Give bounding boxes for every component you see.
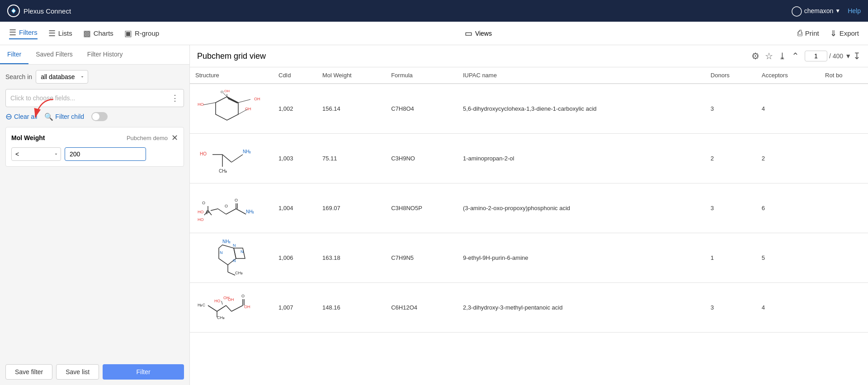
operator-select[interactable]: < bbox=[11, 147, 61, 161]
cell-structure: HO OH OH O OH bbox=[190, 84, 273, 134]
svg-line-31 bbox=[218, 209, 226, 214]
svg-line-51 bbox=[217, 305, 226, 311]
sidebar-tabs: Filter Saved Filters Filter History bbox=[0, 45, 189, 65]
cell-iupac: (3-amino-2-oxo-propoxy)phosphonic acid bbox=[458, 183, 705, 233]
col-acceptors: Acceptors bbox=[756, 67, 820, 84]
svg-line-37 bbox=[236, 209, 246, 214]
save-filter-button[interactable]: Save filter bbox=[5, 364, 52, 380]
help-link[interactable]: Help bbox=[848, 7, 861, 14]
page-input[interactable] bbox=[805, 51, 827, 61]
col-mol-weight: Mol Weight bbox=[317, 67, 386, 84]
star-icon[interactable]: ☆ bbox=[765, 51, 773, 61]
charts-icon: ▩ bbox=[83, 28, 91, 38]
col-formula: Formula bbox=[386, 67, 458, 84]
data-table: Structure CdId Mol Weight Formula IUPAC … bbox=[190, 67, 868, 333]
svg-text:H₃C: H₃C bbox=[198, 303, 205, 307]
svg-text:OH: OH bbox=[244, 305, 250, 309]
filter-card-source: Pubchem demo bbox=[127, 135, 168, 141]
content-title: Pubchem grid view bbox=[197, 52, 266, 61]
svg-line-18 bbox=[222, 155, 231, 162]
col-rotbo: Rot bo bbox=[820, 67, 868, 84]
collapse-icon[interactable]: ⤓ bbox=[778, 51, 786, 61]
cell-cdid: 1,003 bbox=[273, 134, 317, 183]
lists-icon: ☰ bbox=[48, 28, 56, 38]
cell-donors: 2 bbox=[705, 134, 756, 183]
filter-child-button[interactable]: 🔍 Filter child bbox=[44, 113, 84, 121]
toolbar-rgroup[interactable]: ▣ R-group bbox=[124, 28, 159, 38]
toolbar-filters[interactable]: ☰ Filters bbox=[9, 28, 38, 39]
data-table-container: Structure CdId Mol Weight Formula IUPAC … bbox=[190, 67, 868, 385]
clear-all-button[interactable]: ⊖ Clear all bbox=[5, 112, 37, 122]
top-navigation: Plexus Connect ◯ chemaxon ▼ Help bbox=[0, 0, 868, 22]
filter-button[interactable]: Filter bbox=[103, 364, 184, 380]
page-dropdown-icon[interactable]: ▼ bbox=[845, 52, 851, 60]
export-icon: ⇓ bbox=[830, 28, 837, 38]
cell-rotbo bbox=[820, 84, 868, 134]
cell-donors: 1 bbox=[705, 233, 756, 283]
search-in-label: Search in bbox=[5, 73, 32, 80]
svg-line-9 bbox=[238, 99, 250, 103]
prev-page-icon[interactable]: ⌃ bbox=[792, 51, 799, 61]
cell-acceptors: 5 bbox=[756, 233, 820, 283]
cell-rotbo bbox=[820, 233, 868, 283]
svg-text:O: O bbox=[221, 90, 223, 94]
tab-filter-history[interactable]: Filter History bbox=[80, 45, 130, 64]
svg-text:O: O bbox=[225, 204, 228, 208]
tab-saved-filters[interactable]: Saved Filters bbox=[28, 45, 80, 64]
cell-cdid: 1,006 bbox=[273, 233, 317, 283]
value-input[interactable] bbox=[65, 147, 146, 161]
last-page-icon[interactable]: ↧ bbox=[853, 51, 861, 61]
svg-point-1 bbox=[12, 9, 15, 12]
print-icon: ⎙ bbox=[797, 28, 802, 38]
rgroup-icon: ▣ bbox=[124, 28, 132, 38]
save-list-button[interactable]: Save list bbox=[56, 364, 99, 380]
cell-rotbo bbox=[820, 134, 868, 183]
cell-rotbo bbox=[820, 183, 868, 233]
filter-card-title: Mol Weight bbox=[11, 134, 45, 141]
toolbar-views[interactable]: ▭ Views bbox=[465, 28, 492, 38]
filter-actions: ⊖ Clear all 🔍 Filter child bbox=[5, 112, 184, 122]
cell-mol-weight: 163.18 bbox=[317, 233, 386, 283]
field-chooser[interactable]: Click to choose fields... ⋮ bbox=[5, 89, 184, 107]
svg-text:HO: HO bbox=[200, 151, 207, 156]
col-donors: Donors bbox=[705, 67, 756, 84]
svg-text:CH₃: CH₃ bbox=[217, 315, 225, 320]
page-total: / 400 bbox=[829, 52, 843, 60]
cell-mol-weight: 169.07 bbox=[317, 183, 386, 233]
svg-text:N: N bbox=[233, 243, 236, 248]
svg-line-59 bbox=[231, 305, 243, 311]
svg-text:CH₃: CH₃ bbox=[219, 169, 227, 174]
toolbar-charts[interactable]: ▩ Charts bbox=[83, 28, 113, 38]
cell-formula: C7H8O4 bbox=[386, 84, 458, 134]
cell-structure: H₃C CH₃ HO OH OH O OH bbox=[190, 283, 273, 333]
cell-structure: HO NH₂ CH₃ bbox=[190, 134, 273, 183]
sidebar: Filter Saved Filters Filter History Sear… bbox=[0, 45, 190, 385]
toolbar-print[interactable]: ⎙ Print bbox=[797, 28, 819, 38]
filter-card-close-button[interactable]: ✕ bbox=[171, 133, 178, 143]
tab-filter[interactable]: Filter bbox=[0, 45, 28, 64]
svg-text:N: N bbox=[241, 249, 244, 254]
cell-acceptors: 6 bbox=[756, 183, 820, 233]
search-in-select[interactable]: all database bbox=[36, 70, 88, 84]
cell-structure: NH₂ N N N N CH₃ bbox=[190, 233, 273, 283]
cell-iupac: 9-ethyl-9H-purin-6-amine bbox=[458, 233, 705, 283]
toolbar-lists[interactable]: ☰ Lists bbox=[48, 28, 72, 38]
toolbar-export[interactable]: ⇓ Export bbox=[830, 28, 859, 38]
search-in-row: Search in all database bbox=[5, 70, 184, 84]
cell-iupac: 5,6-dihydroxycyclohexa-1,3-diene-1-carbo… bbox=[458, 84, 705, 134]
settings-icon[interactable]: ⚙ bbox=[751, 51, 760, 61]
svg-line-30 bbox=[211, 209, 218, 211]
app-logo: Plexus Connect bbox=[7, 5, 71, 17]
filter-child-toggle[interactable] bbox=[91, 112, 108, 121]
svg-line-12 bbox=[228, 99, 237, 103]
cell-cdid: 1,004 bbox=[273, 183, 317, 233]
cell-mol-weight: 156.14 bbox=[317, 84, 386, 134]
filter-child-icon: 🔍 bbox=[44, 113, 53, 121]
cell-iupac: 1-aminopropan-2-ol bbox=[458, 134, 705, 183]
cell-formula: C6H12O4 bbox=[386, 283, 458, 333]
table-header-row: Structure CdId Mol Weight Formula IUPAC … bbox=[190, 67, 868, 84]
table-row: HO OH OH O OH 1,002 156.14 C7H8O4 5,6-di… bbox=[190, 84, 868, 134]
col-cdid: CdId bbox=[273, 67, 317, 84]
user-menu[interactable]: ◯ chemaxon ▼ bbox=[791, 5, 840, 17]
svg-text:HO: HO bbox=[214, 299, 221, 303]
